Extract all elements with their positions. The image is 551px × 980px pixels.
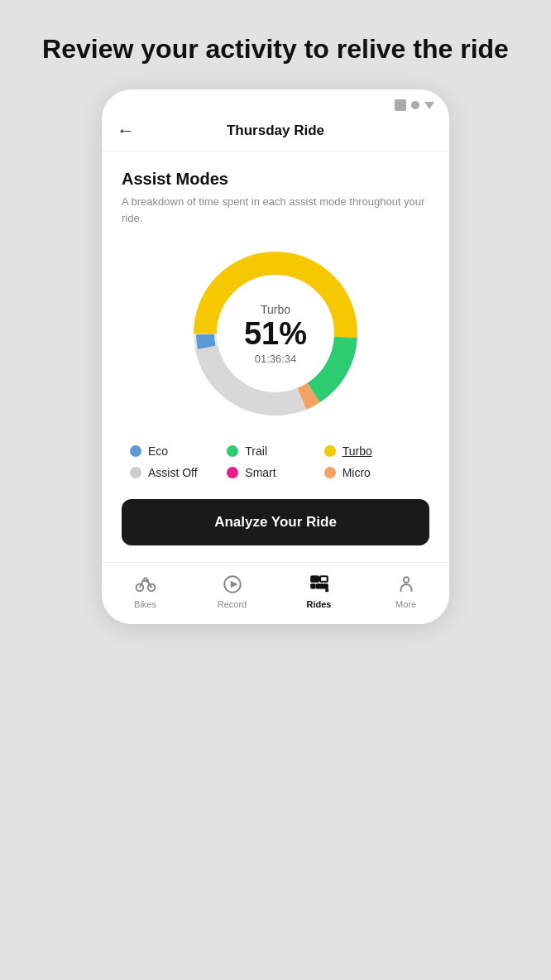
donut-percent-value: 51% <box>244 318 307 349</box>
nav-label-more: More <box>395 599 416 609</box>
svg-rect-13 <box>316 584 327 588</box>
donut-mode-label: Turbo <box>244 303 307 316</box>
svg-rect-14 <box>320 577 328 583</box>
legend-item-micro: Micro <box>324 466 421 479</box>
legend-label-trail: Trail <box>245 444 267 458</box>
svg-rect-12 <box>311 584 314 588</box>
back-button[interactable]: ← <box>117 120 135 142</box>
nav-label-rides: Rides <box>307 599 332 609</box>
legend-dot-smart <box>227 467 238 478</box>
status-bar <box>102 89 449 114</box>
phone-frame: ← Thursday Ride Assist Modes A breakdown… <box>102 89 449 624</box>
legend-label-micro: Micro <box>343 466 371 479</box>
legend-item-trail: Trail <box>227 444 323 458</box>
header-title: Thursday Ride <box>227 122 324 139</box>
section-description: A breakdown of time spent in each assist… <box>122 194 429 226</box>
more-icon <box>395 573 418 596</box>
svg-point-15 <box>403 578 409 584</box>
nav-label-bikes: Bikes <box>134 599 156 609</box>
status-icon-arrow <box>424 102 434 109</box>
legend-item-eco: Eco <box>130 444 227 458</box>
legend-dot-micro <box>324 467 336 478</box>
section-title: Assist Modes <box>122 170 429 189</box>
legend-dot-turbo <box>324 445 336 457</box>
nav-item-more[interactable]: More <box>362 573 449 609</box>
legend-item-smart: Smart <box>227 466 323 479</box>
bottom-nav: Bikes Record <box>102 562 449 624</box>
record-icon <box>221 573 244 596</box>
nav-item-record[interactable]: Record <box>189 573 276 609</box>
svg-rect-11 <box>311 577 319 583</box>
outer-background: Review your activity to relive the ride … <box>0 0 551 980</box>
legend-dot-trail <box>227 445 238 457</box>
legend-label-smart: Smart <box>245 466 276 479</box>
page-headline: Review your activity to relive the ride <box>26 33 525 65</box>
legend-label-eco: Eco <box>148 444 168 458</box>
nav-item-bikes[interactable]: Bikes <box>102 573 189 609</box>
status-icon-dot <box>411 101 419 109</box>
svg-marker-10 <box>230 581 237 588</box>
bikes-icon <box>134 573 157 596</box>
main-content: Assist Modes A breakdown of time spent i… <box>102 151 449 562</box>
nav-item-rides[interactable]: Rides <box>276 573 362 609</box>
legend-dot-eco <box>130 445 141 457</box>
svg-point-8 <box>146 580 148 582</box>
legend: Eco Trail Turbo Assist Off Smart <box>122 444 429 479</box>
app-header: ← Thursday Ride <box>102 114 449 151</box>
legend-item-turbo: Turbo <box>324 444 421 458</box>
donut-time-value: 01:36:34 <box>244 353 307 365</box>
analyze-ride-button[interactable]: Analyze Your Ride <box>122 499 429 545</box>
nav-label-record: Record <box>218 599 247 609</box>
rides-icon <box>308 573 331 596</box>
status-icon-square <box>395 99 406 111</box>
donut-chart-container: Turbo 51% 01:36:34 <box>122 243 429 425</box>
legend-label-turbo: Turbo <box>343 444 372 458</box>
legend-dot-assist-off <box>130 467 141 478</box>
donut-center-text: Turbo 51% 01:36:34 <box>244 303 307 365</box>
legend-label-assist-off: Assist Off <box>148 466 198 479</box>
legend-item-assist-off: Assist Off <box>130 466 227 479</box>
donut-chart: Turbo 51% 01:36:34 <box>184 243 367 425</box>
